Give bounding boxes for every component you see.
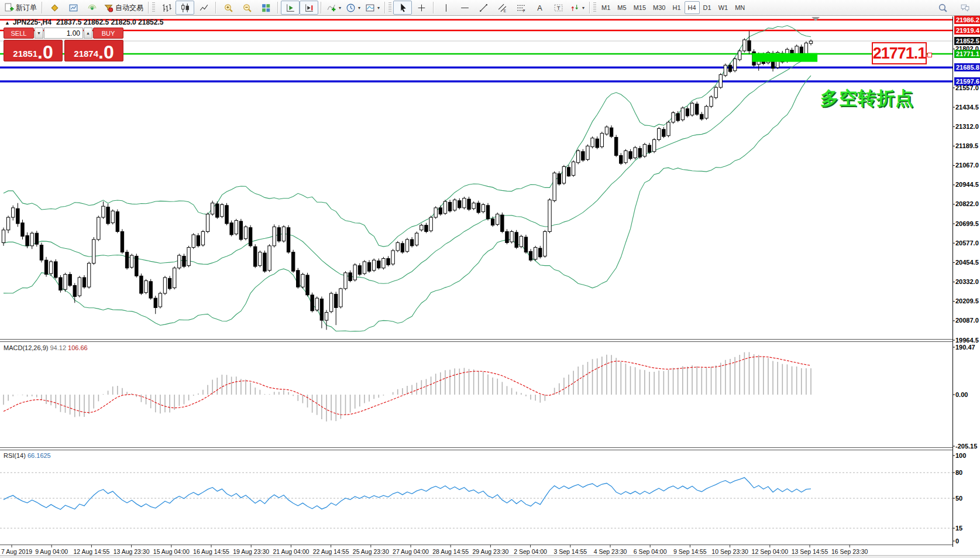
sell-button[interactable]: SELL (4, 28, 34, 39)
textA-icon: A (535, 3, 545, 13)
time-label: 22 Aug 14:55 (313, 548, 349, 555)
signals-button[interactable] (82, 1, 101, 15)
macd-axis-label: 190.47 (955, 344, 975, 351)
bollinger-upper (4, 26, 811, 247)
zoom_out-icon (242, 3, 252, 13)
zoom-out-button[interactable] (238, 1, 256, 15)
fibonacci-button[interactable]: F (511, 1, 530, 15)
indicators-button[interactable]: ▾ (324, 1, 343, 15)
tf-m30[interactable]: M30 (649, 1, 669, 14)
chart-shift-button[interactable] (300, 1, 318, 15)
fibo-icon: F (516, 3, 526, 13)
rsi-axis-label: 50 (955, 495, 962, 502)
tf-m1[interactable]: M1 (598, 1, 614, 14)
time-label: 16 Sep 23:30 (831, 548, 868, 555)
horizontal-line-button[interactable] (455, 1, 474, 15)
tf-w1-label: W1 (718, 4, 728, 11)
algo-trading-button-label: 自动交易 (115, 3, 143, 13)
chat-button[interactable] (955, 1, 974, 15)
dropdown-arrow-icon: ▾ (377, 5, 380, 11)
crosshair-button[interactable] (412, 1, 431, 15)
callout-anchor-handle[interactable] (927, 53, 932, 57)
tf-m5[interactable]: M5 (614, 1, 630, 14)
channel-icon: E (497, 3, 507, 13)
toolbar: 新订单自动交易▾▾▾EFAT▾M1M5M15M30H1H4D1W1MN (0, 0, 980, 16)
toolbar-separator (42, 2, 43, 13)
sell-price[interactable]: 21851.0 (4, 40, 63, 61)
periods-button[interactable]: ▾ (343, 1, 363, 15)
trendline-button[interactable] (474, 1, 493, 15)
channel-button[interactable]: E (493, 1, 511, 15)
tf-h1[interactable]: H1 (669, 1, 684, 14)
tf-w1[interactable]: W1 (715, 1, 732, 14)
time-label: 13 Aug 23:30 (114, 548, 150, 555)
collapse-one-click-icon[interactable]: ▲ (5, 20, 10, 26)
tf-mn[interactable]: MN (731, 1, 748, 14)
rsi-axis-label: 15 (955, 525, 962, 532)
arrows-button[interactable]: ▾ (568, 1, 587, 15)
tf-d1-label: D1 (703, 4, 711, 11)
one-click-trading-panel: SELL ▼ ▲ BUY 21851.0 21874.0 (4, 28, 123, 61)
vertical-line-button[interactable] (436, 1, 455, 15)
time-label: 15 Aug 04:00 (153, 548, 190, 555)
chinese-annotation[interactable]: 多空转折点 (820, 86, 914, 111)
price-tick-label: 21434.5 (955, 104, 979, 111)
buy-button[interactable]: BUY (93, 28, 123, 39)
clock-icon (346, 3, 356, 13)
macd-signal-line (4, 357, 811, 415)
volume-input[interactable] (44, 28, 83, 39)
toolbar-separator (321, 2, 322, 13)
new-order-button-label: 新订单 (16, 3, 37, 13)
price-tag-21986.2: 21986.2 (954, 16, 980, 24)
toolbar-separator (433, 2, 434, 13)
tf-m1-label: M1 (601, 4, 610, 11)
tf-m15[interactable]: M15 (630, 1, 649, 14)
autoscroll-icon (286, 3, 295, 13)
window-bottom-edge (0, 555, 980, 558)
green-highlight-box[interactable] (752, 53, 818, 62)
price-tag-21685.8: 21685.8 (954, 63, 980, 71)
zoom-in-button[interactable] (219, 1, 238, 15)
price-tag-21919.4: 21919.4 (954, 26, 980, 35)
price-tick-label: 20332.0 (955, 278, 979, 286)
bar-chart-button[interactable] (157, 1, 176, 15)
toolbar-separator (384, 2, 386, 13)
styler-button[interactable] (45, 1, 64, 15)
time-label: 12 Aug 14:55 (73, 548, 109, 555)
toolbar-drag-handle (593, 2, 596, 13)
templates-button[interactable]: ▾ (363, 1, 382, 15)
price-tag-21597.6: 21597.6 (954, 77, 980, 85)
autotrade-icon (104, 3, 114, 13)
toolbar-separator (215, 2, 216, 13)
search-button[interactable] (933, 1, 952, 15)
toolbar-separator (148, 2, 149, 13)
toolbar-drag-handle (388, 2, 391, 13)
time-label: 10 Sep 23:30 (711, 548, 748, 555)
text-label-button[interactable]: T (549, 1, 568, 15)
rsi-label: RSI(14) 66.1625 (4, 452, 51, 459)
cursor-button[interactable] (393, 1, 412, 15)
new-order-button[interactable]: 新订单 (2, 1, 39, 15)
tf-h4-label: H4 (688, 4, 696, 11)
svg-text:E: E (503, 8, 506, 12)
tiles-icon (261, 3, 271, 13)
time-label: 19 Aug 23:30 (233, 548, 269, 555)
price-callout-label[interactable]: 21771.1 (872, 42, 927, 64)
line-chart-button[interactable] (194, 1, 213, 15)
price-tick-label: 21067.0 (955, 162, 979, 169)
new-chart-button[interactable] (64, 1, 82, 15)
tf-h4[interactable]: H4 (685, 1, 700, 14)
chart-canvas[interactable] (0, 0, 980, 558)
tile-windows-button[interactable] (256, 1, 275, 15)
price-tick-label: 20577.0 (955, 239, 979, 247)
auto-scroll-button[interactable] (281, 1, 300, 15)
algo-trading-button[interactable]: 自动交易 (101, 1, 146, 15)
text-button[interactable]: A (530, 1, 549, 15)
tf-d1[interactable]: D1 (700, 1, 715, 14)
candlestick-button[interactable] (176, 1, 194, 15)
volume-decrease-button[interactable]: ▼ (35, 28, 43, 39)
candles (2, 31, 812, 330)
volume-increase-button[interactable]: ▲ (84, 28, 92, 39)
price-tick-label: 20699.5 (955, 220, 979, 228)
buy-price[interactable]: 21874.0 (64, 40, 123, 61)
